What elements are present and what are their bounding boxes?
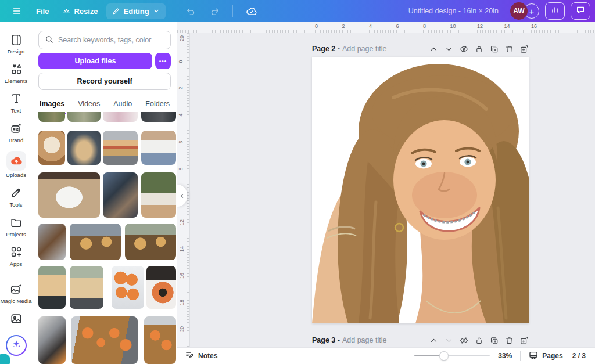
undo-button[interactable] bbox=[180, 3, 202, 20]
ruler-h-label: 14 bbox=[504, 23, 510, 29]
sidebar-item-design[interactable]: Design bbox=[0, 29, 32, 59]
sidebar-item-tools[interactable]: Tools bbox=[0, 182, 32, 212]
resize-label: Resize bbox=[74, 7, 98, 16]
ruler-h-label: 16 bbox=[531, 23, 537, 29]
photo-sandwich-cut[interactable] bbox=[70, 266, 103, 309]
photo-dark-strip[interactable] bbox=[141, 112, 176, 122]
pages-label: Pages bbox=[542, 352, 562, 360]
photo-pumpkin-cookies-close[interactable] bbox=[144, 316, 176, 364]
cloud-save-status-button[interactable] bbox=[240, 2, 263, 20]
photo-pumpkin-cookies-tray[interactable] bbox=[112, 266, 144, 309]
page2-title[interactable]: Page 2 - Add page title bbox=[312, 45, 386, 53]
photo-holding-paper[interactable] bbox=[141, 131, 176, 165]
editing-mode-button[interactable]: Editing bbox=[106, 3, 166, 19]
ruler-horizontal: 0246810121416 bbox=[177, 22, 595, 33]
zoom-slider[interactable] bbox=[414, 352, 490, 360]
page2-title-placeholder[interactable]: Add page title bbox=[342, 45, 386, 53]
hide-icon[interactable] bbox=[460, 336, 468, 345]
text-icon bbox=[9, 92, 23, 106]
uploads-panel: Upload files ••• Record yourself ImagesV… bbox=[32, 22, 177, 364]
notes-button[interactable]: Notes bbox=[185, 351, 217, 361]
sidebar-item-brand[interactable]: Brand bbox=[0, 118, 32, 147]
sidebar-item-text[interactable]: Text bbox=[0, 88, 32, 118]
photo-baking-ingredients[interactable] bbox=[38, 316, 66, 364]
sidebar-item-elements[interactable]: Elements bbox=[0, 59, 32, 88]
design-title[interactable]: Untitled design - 16in × 20in bbox=[408, 7, 499, 15]
tab-audio[interactable]: Audio bbox=[112, 96, 133, 114]
tab-folders[interactable]: Folders bbox=[144, 96, 171, 114]
add-page-icon[interactable] bbox=[520, 336, 529, 345]
ruler-v-label: 8 bbox=[178, 167, 184, 170]
avatar[interactable]: AW bbox=[510, 2, 528, 20]
comments-button[interactable] bbox=[571, 2, 590, 20]
duplicate-icon[interactable] bbox=[490, 45, 499, 53]
photo-burgers-table[interactable] bbox=[70, 224, 121, 260]
search-box[interactable] bbox=[38, 31, 171, 49]
redo-icon bbox=[210, 6, 220, 16]
photo-oreo-bowl[interactable] bbox=[146, 266, 176, 309]
file-menu-button[interactable]: File bbox=[30, 3, 55, 19]
photo-grilled-sandwich[interactable] bbox=[67, 131, 101, 165]
add-page-icon[interactable] bbox=[520, 45, 529, 53]
insights-button[interactable] bbox=[545, 2, 565, 20]
photo-burgers-table-2[interactable] bbox=[125, 224, 176, 260]
redo-button[interactable] bbox=[204, 3, 225, 20]
hamburger-icon bbox=[12, 6, 22, 16]
chevron-down-icon bbox=[153, 8, 160, 15]
photo-outdoor-strip[interactable] bbox=[38, 112, 65, 122]
photo-holding-paper-wide[interactable] bbox=[38, 172, 100, 218]
sidebar-item-photos[interactable] bbox=[0, 308, 32, 330]
canvas-area: 0246810121416 2002468101214161820 Page 2… bbox=[177, 22, 595, 347]
photo-dessert-strip[interactable] bbox=[103, 112, 138, 122]
photo-sandwich-stack[interactable] bbox=[38, 266, 66, 309]
left-rail: DesignElementsTextBrandUploadsToolsProje… bbox=[0, 22, 32, 364]
zoom-slider-thumb[interactable] bbox=[440, 352, 448, 360]
zoom-percentage[interactable]: 33% bbox=[498, 352, 512, 360]
tab-images[interactable]: Images bbox=[38, 96, 66, 114]
uploads-icon bbox=[6, 151, 26, 171]
upload-files-button[interactable]: Upload files bbox=[38, 53, 152, 69]
photo-garden-strip[interactable] bbox=[67, 112, 101, 122]
sidebar-item-projects[interactable]: Projects bbox=[0, 212, 32, 242]
rail-divider bbox=[8, 275, 25, 275]
ruler-v-label: 20 bbox=[179, 35, 185, 41]
sidebar-item-magic-media[interactable]: Magic Media bbox=[0, 279, 32, 308]
page3-title[interactable]: Page 3 - Add page title bbox=[312, 336, 386, 344]
main-menu-button[interactable] bbox=[6, 3, 28, 19]
hide-icon[interactable] bbox=[460, 45, 468, 53]
sidebar-item-apps[interactable]: Apps bbox=[0, 242, 32, 271]
move-up-icon[interactable] bbox=[429, 336, 438, 345]
notes-label: Notes bbox=[198, 352, 217, 360]
canva-assistant-button[interactable] bbox=[6, 335, 27, 356]
delete-icon[interactable] bbox=[505, 45, 514, 53]
record-yourself-button[interactable]: Record yourself bbox=[38, 73, 171, 90]
search-input[interactable] bbox=[58, 36, 164, 44]
apps-icon bbox=[9, 245, 23, 260]
editing-label: Editing bbox=[124, 7, 149, 16]
tab-videos[interactable]: Videos bbox=[77, 96, 101, 114]
pages-button[interactable]: Pages bbox=[529, 351, 562, 362]
duplicate-icon[interactable] bbox=[490, 336, 499, 345]
lock-icon[interactable] bbox=[475, 45, 483, 53]
pages-grid-icon bbox=[529, 351, 538, 362]
photo-bread-in-foil[interactable] bbox=[38, 224, 66, 260]
portrait-photo bbox=[312, 57, 529, 323]
sidebar-item-uploads[interactable]: Uploads bbox=[0, 147, 32, 182]
topbar-separator bbox=[232, 5, 233, 17]
resize-button[interactable]: Resize bbox=[57, 3, 103, 19]
move-down-icon[interactable] bbox=[445, 45, 453, 53]
move-up-icon[interactable] bbox=[429, 45, 438, 53]
page3-title-placeholder[interactable]: Add page title bbox=[342, 336, 386, 344]
photo-pumpkin-cookies-board[interactable] bbox=[71, 316, 138, 364]
lock-icon[interactable] bbox=[475, 336, 483, 345]
photo-woman-outdoors[interactable] bbox=[141, 172, 176, 218]
ruler-h-label: 0 bbox=[315, 23, 318, 29]
upload-more-options-button[interactable]: ••• bbox=[155, 53, 171, 69]
photo-car-selfie[interactable] bbox=[103, 172, 138, 218]
photo-sandwich-closeup[interactable] bbox=[103, 131, 138, 165]
delete-icon[interactable] bbox=[505, 336, 514, 345]
photo-mixing-bowl[interactable] bbox=[38, 131, 65, 165]
page2-canvas[interactable] bbox=[312, 57, 529, 323]
ai-sparkle-icon bbox=[11, 339, 21, 352]
search-icon bbox=[45, 35, 53, 46]
